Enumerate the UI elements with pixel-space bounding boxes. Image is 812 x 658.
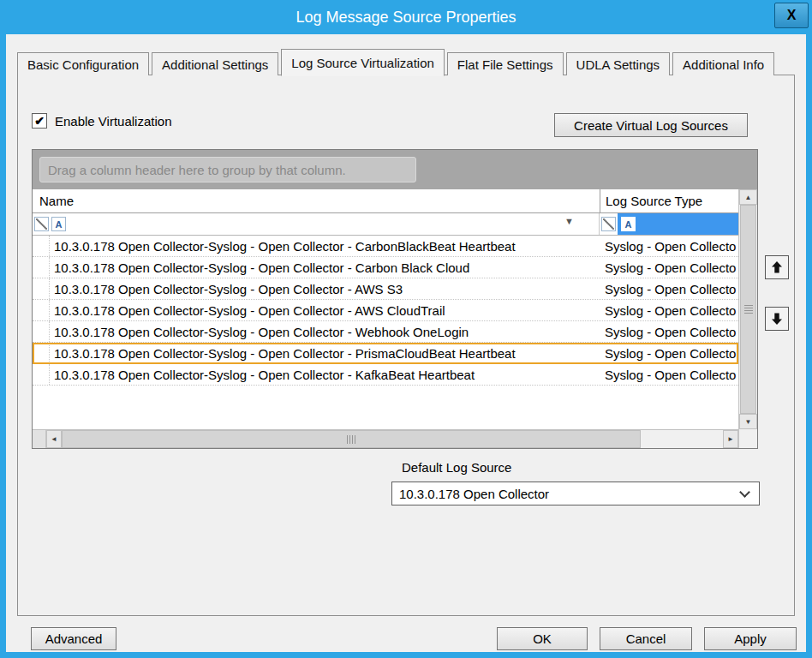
tab-log-source-virtualization[interactable]: Log Source Virtualization [281,49,445,76]
enable-virtualization-row: ✔ Enable Virtualization [32,113,171,129]
close-button[interactable]: X [774,3,809,28]
scroll-left-button[interactable]: ◄ [46,430,62,448]
table-row[interactable]: 10.3.0.178 Open Collector-Syslog - Open … [33,343,738,364]
scroll-thumb-grip-icon [744,305,753,314]
move-up-arrow-icon [770,260,784,274]
scroll-left-icon: ◄ [51,435,57,443]
column-header-log-source-type[interactable]: Log Source Type [600,189,738,212]
scrollbar-corner-box [33,430,46,448]
type-filter-selected-cell[interactable]: A [618,213,738,235]
dialog-body: Basic ConfigurationAdditional SettingsLo… [6,34,806,652]
tab-strip: Basic ConfigurationAdditional SettingsLo… [17,48,777,75]
grid-filter-row: A ▼ A [33,213,738,236]
row-selector[interactable] [33,257,50,278]
row-selector[interactable] [33,236,50,256]
scrollbar-corner [739,429,757,448]
cell-log-source-name: 10.3.0.178 Open Collector-Syslog - Open … [50,321,600,342]
scroll-right-icon: ► [727,435,734,443]
move-down-arrow-icon [770,312,784,326]
row-selector[interactable] [33,278,50,299]
scroll-up-icon: ▲ [745,194,752,201]
cell-log-source-name: 10.3.0.178 Open Collector-Syslog - Open … [50,300,600,320]
enable-virtualization-checkbox[interactable]: ✔ [32,113,47,129]
window-title: Log Message Source Properties [296,9,516,27]
cell-log-source-type: Syslog - Open Collector [600,364,737,385]
tab-udla-settings[interactable]: UDLA Settings [566,52,671,75]
cell-log-source-name: 10.3.0.178 Open Collector-Syslog - Open … [50,343,600,363]
scroll-down-button[interactable]: ▼ [739,414,757,429]
cell-log-source-type: Syslog - Open Collector [600,343,737,363]
table-row[interactable]: 10.3.0.178 Open Collector-Syslog - Open … [33,300,738,321]
log-source-virtualization-panel: ✔ Enable Virtualization Create Virtual L… [17,75,795,616]
grid-middle: Name Log Source Type A ▼ [33,189,757,448]
ok-button[interactable]: OK [497,627,588,650]
filter-edit-icon[interactable] [601,217,616,231]
default-log-source-dropdown[interactable]: 10.3.0.178 Open Collector [391,482,760,505]
enable-virtualization-label: Enable Virtualization [55,114,171,129]
virtual-log-sources-grid: Drag a column header here to group by th… [32,149,758,449]
table-row[interactable]: 10.3.0.178 Open Collector-Syslog - Open … [33,278,738,300]
cancel-button[interactable]: Cancel [600,627,692,650]
grid-content: Name Log Source Type A ▼ [33,189,738,448]
default-log-source-label: Default Log Source [402,460,511,475]
title-bar: Log Message Source Properties [0,0,812,34]
cell-log-source-name: 10.3.0.178 Open Collector-Syslog - Open … [50,257,600,278]
row-selector[interactable] [33,321,50,342]
match-case-filter-icon[interactable]: A [51,217,66,231]
log-message-source-properties-dialog: Log Message Source Properties X Basic Co… [0,0,812,658]
group-by-bar[interactable]: Drag a column header here to group by th… [33,150,757,189]
tab-flat-file-settings[interactable]: Flat File Settings [447,52,564,75]
grid-empty-area [33,386,738,429]
row-selector[interactable] [33,343,50,363]
default-log-source-value: 10.3.0.178 Open Collector [399,487,549,501]
close-icon: X [787,8,797,23]
vertical-scroll-thumb[interactable] [740,205,756,414]
match-case-filter-icon[interactable]: A [621,217,636,231]
move-row-up-button[interactable] [765,255,789,279]
cell-log-source-name: 10.3.0.178 Open Collector-Syslog - Open … [50,236,600,256]
horizontal-scroll-thumb[interactable] [62,430,641,448]
chevron-down-icon [739,487,750,498]
advanced-button[interactable]: Advanced [31,627,116,650]
cell-log-source-name: 10.3.0.178 Open Collector-Syslog - Open … [50,364,600,385]
check-icon: ✔ [34,114,45,128]
group-by-hint: Drag a column header here to group by th… [39,157,416,182]
type-filter-cell[interactable]: A [600,213,738,235]
cell-log-source-type: Syslog - Open Collector [600,300,737,320]
grid-header-row: Name Log Source Type [33,189,738,213]
vertical-scrollbar[interactable]: ▲ ▼ [738,189,757,448]
table-row[interactable]: 10.3.0.178 Open Collector-Syslog - Open … [33,257,738,278]
horizontal-scrollbar[interactable]: ◄ ► [33,429,738,448]
row-selector[interactable] [33,300,50,320]
scroll-thumb-grip-icon [347,435,355,444]
tab-additional-settings[interactable]: Additional Settings [152,52,278,75]
scroll-up-button[interactable]: ▲ [739,189,757,205]
create-virtual-log-sources-button[interactable]: Create Virtual Log Sources [554,113,748,137]
scroll-down-icon: ▼ [745,418,752,426]
cell-log-source-type: Syslog - Open Collector [600,257,737,278]
tab-basic-configuration[interactable]: Basic Configuration [17,52,149,75]
cell-log-source-type: Syslog - Open Collector [600,321,737,342]
table-row[interactable]: 10.3.0.178 Open Collector-Syslog - Open … [33,364,738,386]
apply-button[interactable]: Apply [704,627,797,650]
scroll-right-button[interactable]: ► [723,430,738,448]
filter-dropdown-icon[interactable]: ▼ [564,217,574,226]
horizontal-scroll-track[interactable] [641,430,723,448]
name-filter-cell[interactable]: A ▼ [33,213,600,235]
filter-edit-icon[interactable] [34,217,49,231]
cell-log-source-type: Syslog - Open Collector [600,236,737,256]
column-header-name[interactable]: Name [33,189,600,212]
move-row-down-button[interactable] [765,307,789,331]
tab-additional-info[interactable]: Additional Info [672,52,774,75]
grid-rows: 10.3.0.178 Open Collector-Syslog - Open … [33,236,738,386]
table-row[interactable]: 10.3.0.178 Open Collector-Syslog - Open … [33,236,738,257]
table-row[interactable]: 10.3.0.178 Open Collector-Syslog - Open … [33,321,738,343]
cell-log-source-name: 10.3.0.178 Open Collector-Syslog - Open … [50,278,600,299]
cell-log-source-type: Syslog - Open Collector [600,278,737,299]
row-selector[interactable] [33,364,50,385]
